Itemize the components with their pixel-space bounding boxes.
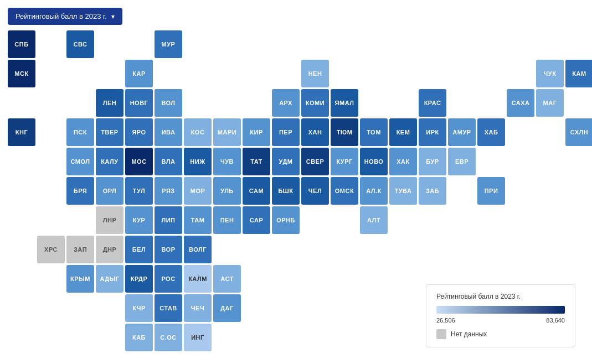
map-cell[interactable] xyxy=(37,89,65,117)
map-cell[interactable] xyxy=(389,353,417,364)
map-cell[interactable] xyxy=(184,89,212,117)
map-cell[interactable] xyxy=(507,148,534,175)
map-cell[interactable]: ОРНБ xyxy=(272,206,300,234)
map-cell[interactable] xyxy=(301,353,329,364)
map-cell[interactable]: БШК xyxy=(272,177,300,205)
map-cell[interactable]: МУР xyxy=(155,30,182,58)
map-cell[interactable] xyxy=(477,206,505,234)
map-cell[interactable] xyxy=(184,30,212,58)
map-cell[interactable] xyxy=(360,353,388,364)
map-cell[interactable] xyxy=(360,265,388,293)
map-cell[interactable]: ЧЕЧ xyxy=(184,294,212,322)
map-cell[interactable]: КУР xyxy=(125,206,153,234)
map-cell[interactable] xyxy=(477,89,505,117)
map-cell[interactable] xyxy=(565,30,592,58)
map-cell[interactable] xyxy=(331,206,358,234)
map-cell[interactable] xyxy=(243,324,270,351)
map-cell[interactable]: ЗАБ xyxy=(419,177,446,205)
map-cell[interactable] xyxy=(419,236,446,263)
map-cell[interactable] xyxy=(66,89,94,117)
map-cell[interactable] xyxy=(272,324,300,351)
map-cell[interactable] xyxy=(477,353,505,364)
map-cell[interactable] xyxy=(536,353,564,364)
map-cell[interactable] xyxy=(536,30,564,58)
map-cell[interactable]: ХАК xyxy=(389,148,417,175)
map-cell[interactable] xyxy=(213,236,241,263)
map-cell[interactable] xyxy=(272,294,300,322)
map-cell[interactable] xyxy=(8,265,35,293)
map-cell[interactable]: ТУВА xyxy=(389,177,417,205)
map-cell[interactable] xyxy=(213,353,241,364)
map-cell[interactable] xyxy=(565,353,592,364)
map-cell[interactable] xyxy=(155,353,182,364)
map-cell[interactable] xyxy=(360,30,388,58)
map-cell[interactable] xyxy=(66,206,94,234)
map-cell[interactable] xyxy=(389,236,417,263)
map-cell[interactable]: НИЖ xyxy=(184,148,212,175)
map-cell[interactable] xyxy=(477,60,505,87)
map-cell[interactable]: НЕН xyxy=(301,60,329,87)
map-cell[interactable]: СПБ xyxy=(8,30,35,58)
map-cell[interactable] xyxy=(66,60,94,87)
map-cell[interactable] xyxy=(477,148,505,175)
map-cell[interactable]: КАБ xyxy=(125,324,153,351)
map-cell[interactable]: ХАН xyxy=(301,118,329,146)
map-cell[interactable] xyxy=(565,236,592,263)
map-cell[interactable] xyxy=(66,324,94,351)
map-cell[interactable] xyxy=(331,60,358,87)
map-cell[interactable]: МОС xyxy=(125,148,153,175)
map-cell[interactable] xyxy=(565,206,592,234)
map-cell[interactable] xyxy=(331,236,358,263)
map-cell[interactable] xyxy=(8,353,35,364)
map-cell[interactable]: С.ОС xyxy=(155,324,182,351)
map-cell[interactable]: ВОР xyxy=(155,236,182,263)
map-cell[interactable] xyxy=(419,60,446,87)
map-cell[interactable] xyxy=(8,324,35,351)
map-cell[interactable] xyxy=(96,324,123,351)
map-cell[interactable] xyxy=(272,60,300,87)
map-cell[interactable] xyxy=(272,236,300,263)
map-cell[interactable] xyxy=(243,60,270,87)
map-cell[interactable] xyxy=(37,30,65,58)
map-cell[interactable]: ПСК xyxy=(66,118,94,146)
map-cell[interactable] xyxy=(8,89,35,117)
map-cell[interactable] xyxy=(301,324,329,351)
map-cell[interactable]: ОМСК xyxy=(331,177,358,205)
map-cell[interactable] xyxy=(8,294,35,322)
map-cell[interactable] xyxy=(37,148,65,175)
map-cell[interactable]: КАР xyxy=(125,60,153,87)
map-cell[interactable] xyxy=(507,30,534,58)
map-cell[interactable] xyxy=(536,148,564,175)
map-cell[interactable]: ТЮМ xyxy=(331,118,358,146)
map-cell[interactable]: ИРК xyxy=(419,118,446,146)
map-cell[interactable] xyxy=(419,353,446,364)
map-cell[interactable] xyxy=(419,206,446,234)
map-cell[interactable]: ХРС xyxy=(37,236,65,263)
map-cell[interactable] xyxy=(243,294,270,322)
map-cell[interactable] xyxy=(37,177,65,205)
map-cell[interactable] xyxy=(565,148,592,175)
map-cell[interactable] xyxy=(507,60,534,87)
map-cell[interactable] xyxy=(243,265,270,293)
map-cell[interactable] xyxy=(96,30,123,58)
map-cell[interactable] xyxy=(243,89,270,117)
map-cell[interactable] xyxy=(37,60,65,87)
map-cell[interactable]: АЛТ xyxy=(360,206,388,234)
map-cell[interactable]: КРАС xyxy=(419,89,446,117)
map-cell[interactable] xyxy=(389,294,417,322)
map-cell[interactable] xyxy=(389,60,417,87)
map-cell[interactable] xyxy=(301,206,329,234)
map-cell[interactable] xyxy=(448,177,476,205)
map-cell[interactable] xyxy=(66,294,94,322)
map-cell[interactable]: КУРГ xyxy=(331,148,358,175)
map-cell[interactable]: ТВЕР xyxy=(96,118,123,146)
map-cell[interactable] xyxy=(8,148,35,175)
map-cell[interactable] xyxy=(243,236,270,263)
map-cell[interactable]: КАМ xyxy=(565,60,592,87)
map-cell[interactable] xyxy=(419,30,446,58)
map-cell[interactable]: МАГ xyxy=(536,89,564,117)
map-cell[interactable] xyxy=(331,353,358,364)
map-cell[interactable]: КЕМ xyxy=(389,118,417,146)
map-cell[interactable] xyxy=(243,353,270,364)
map-cell[interactable]: АЛ.К xyxy=(360,177,388,205)
